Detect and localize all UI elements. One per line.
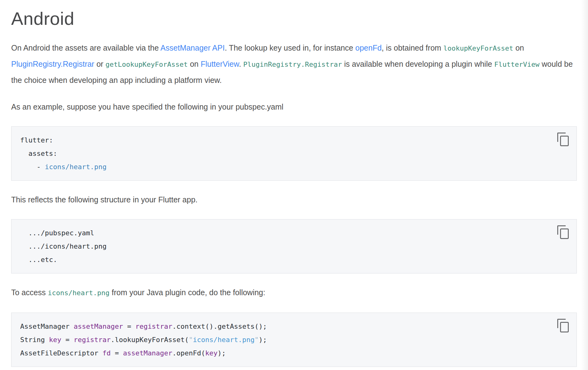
code-text: = [111,349,123,357]
code-text: ); [218,349,226,357]
text-run: is available when developing a plugin wh… [342,60,494,68]
variable-token: fd [102,349,111,357]
text-run: On Android the assets are available via … [11,43,161,52]
copy-icon-front-sheet [560,322,569,332]
code-text: .lookupKeyForAsset( [111,336,189,344]
code-text: ...etc. [20,256,57,264]
code-line: String key = registrar.lookupKeyForAsset… [20,333,568,346]
code-text: = [123,323,135,330]
copy-code-button[interactable] [557,318,570,333]
copy-icon [557,225,569,239]
text-run: , is obtained from [382,43,443,52]
text-run: . [239,60,243,68]
quote-token: " [189,336,193,344]
quote-token: " [255,336,259,344]
inline-code: icons/heart.png [48,289,110,297]
code-line: ...etc. [20,253,568,266]
code-text: .openFd( [172,349,205,357]
variable-token: key [49,336,61,344]
variable-token: key [205,349,218,357]
code-text: String [20,336,49,344]
inline-code: lookupKeyForAsset [443,44,513,52]
copy-code-button[interactable] [557,224,570,240]
code-line: .../icons/heart.png [20,240,568,253]
code-text: assets: [20,150,57,157]
page-title: Android [11,8,577,29]
code-line: AssetManager assetManager = registrar.co… [20,320,568,333]
access-note-paragraph: To access icons/heart.png from your Java… [11,285,577,301]
code-line: AssetFileDescriptor fd = assetManager.op… [20,346,568,360]
inline-code: getLookupKeyForAsset [106,61,188,68]
code-content-pubspec: flutter: assets: - icons/heart.png [20,133,568,174]
inline-link[interactable]: AssetManager API [161,43,225,52]
text-run: . The lookup key used in, for instance [225,43,355,52]
text-run: or [94,60,106,68]
variable-token: assetManager [74,323,123,330]
copy-icon-front-sheet [560,136,569,146]
example-intro-paragraph: As an example, suppose you have specifie… [11,99,577,115]
code-text: AssetFileDescriptor [20,349,102,357]
copy-icon [557,319,569,333]
text-run: on [513,43,524,52]
doc-content: Android On Android the assets are availa… [0,8,588,370]
code-line: flutter: [20,133,568,147]
text-run: This reflects the following structure in… [11,195,197,204]
inline-link[interactable]: PluginRegistry.Registrar [11,60,94,68]
copy-icon [557,133,569,147]
code-link[interactable]: icons/heart.png [45,163,106,171]
code-content-structure: .../pubspec.yaml .../icons/heart.png ...… [20,226,568,266]
code-text: flutter: [20,136,53,144]
text-run: As an example, suppose you have specifie… [11,102,283,111]
code-block-structure: .../pubspec.yaml .../icons/heart.png ...… [11,219,577,273]
string-literal: icons/heart.png [193,336,255,344]
code-text: AssetManager [20,323,74,330]
variable-token: registrar [74,336,111,344]
text-run: To access [11,288,48,297]
code-block-pubspec: flutter: assets: - icons/heart.png [11,126,577,181]
code-text: = [61,336,74,344]
text-run: from your Java plugin code, do the follo… [110,288,265,297]
code-text: ); [259,336,267,344]
intro-paragraph: On Android the assets are available via … [11,40,577,88]
code-line: - icons/heart.png [20,160,568,174]
inline-link[interactable]: openFd [355,43,382,52]
structure-note-paragraph: This reflects the following structure in… [11,192,577,207]
code-text: .../icons/heart.png [20,242,106,250]
variable-token: assetManager [123,349,172,357]
code-text: .context().getAssets(); [172,323,267,330]
inline-code: FlutterView [494,61,540,68]
variable-token: registrar [135,323,172,330]
copy-icon-front-sheet [560,228,569,239]
inline-link[interactable]: FlutterView [201,60,239,68]
code-block-java: AssetManager assetManager = registrar.co… [11,313,577,367]
inline-code: PluginRegistry.Registrar [243,61,342,68]
copy-code-button[interactable] [557,132,570,147]
code-text: - [20,163,45,171]
code-text: .../pubspec.yaml [20,229,94,237]
code-line: assets: [20,147,568,160]
code-content-java: AssetManager assetManager = registrar.co… [20,320,568,360]
text-run: on [188,60,201,68]
code-line: .../pubspec.yaml [20,226,568,240]
